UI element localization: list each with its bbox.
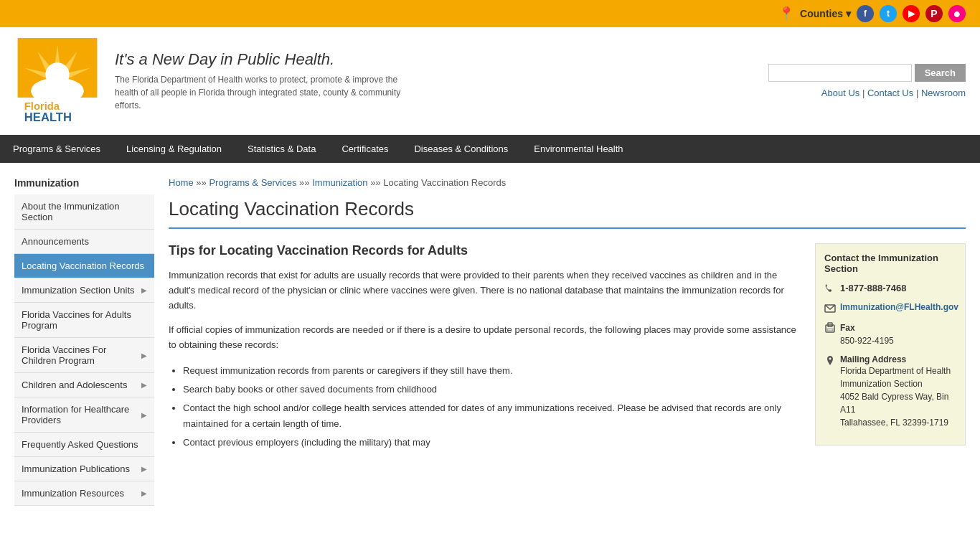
contact-phone: 1-877-888-7468	[840, 283, 907, 293]
contact-address-row: Mailing Address Florida Department of He…	[824, 354, 956, 429]
contact-box: Contact the Immunization Section 1-877-8…	[815, 243, 966, 446]
sidebar-item-faq[interactable]: Frequently Asked Questions	[14, 433, 154, 457]
top-bar: 📍 Counties ▾ f t ▶ P ●	[0, 0, 980, 27]
email-icon	[824, 303, 836, 314]
chevron-right-icon: ▶	[141, 465, 147, 473]
sidebar-item-resources[interactable]: Immunization Resources ▶	[14, 481, 154, 506]
sidebar-item-about[interactable]: About the Immunization Section	[14, 194, 154, 230]
nav-statistics-data[interactable]: Statistics & Data	[235, 135, 329, 163]
breadcrumb-current: Locating Vaccination Records	[383, 177, 506, 188]
phone-number: 1-877-888-7468	[840, 283, 907, 293]
contact-email: Immunization@FLHealth.gov	[840, 302, 958, 312]
nav-certificates[interactable]: Certificates	[329, 135, 401, 163]
breadcrumb-programs[interactable]: Programs & Services	[209, 177, 296, 188]
sidebar-item-healthcare[interactable]: Information for Healthcare Providers ▶	[14, 397, 154, 433]
main-content: Home »» Programs & Services »» Immunizat…	[169, 177, 966, 506]
sidebar-item-children-adolescents[interactable]: Children and Adolescents ▶	[14, 373, 154, 397]
sidebar-item-locating[interactable]: Locating Vaccination Records	[14, 254, 154, 278]
breadcrumb-immunization[interactable]: Immunization	[312, 177, 367, 188]
svg-text:HEALTH: HEALTH	[24, 110, 72, 124]
header: Florida HEALTH It's a New Day in Public …	[0, 27, 980, 135]
contact-address: Mailing Address Florida Department of He…	[840, 354, 956, 429]
breadcrumb: Home »» Programs & Services »» Immunizat…	[169, 177, 966, 188]
facebook-icon[interactable]: f	[857, 5, 874, 22]
youtube-icon[interactable]: ▶	[903, 5, 920, 22]
email-link[interactable]: Immunization@FLHealth.gov	[840, 302, 958, 312]
page-title: Locating Vaccination Records	[169, 198, 966, 229]
fax-icon	[824, 322, 836, 334]
sidebar-item-label: Information for Healthcare Providers	[22, 404, 141, 425]
chevron-right-icon: ▶	[141, 381, 147, 389]
svg-point-9	[45, 62, 69, 86]
nav-diseases-conditions[interactable]: Diseases & Conditions	[401, 135, 521, 163]
tagline-heading: It's a New Day in Public Health.	[115, 50, 402, 69]
sidebar-item-label: Florida Vaccines for Adults Program	[22, 309, 147, 331]
content-area: Immunization About the Immunization Sect…	[0, 163, 980, 520]
list-item: Contact previous employers (including th…	[183, 435, 801, 451]
breadcrumb-home[interactable]: Home	[169, 177, 194, 188]
phone-icon	[824, 283, 836, 295]
header-right: Search About Us | Contact Us | Newsroom	[768, 64, 966, 98]
location-icon	[824, 355, 836, 367]
header-links: About Us | Contact Us | Newsroom	[821, 88, 966, 98]
top-bar-links: 📍 Counties ▾ f t ▶ P ●	[778, 5, 966, 22]
nav-programs-services[interactable]: Programs & Services	[0, 135, 113, 163]
sidebar-item-label: About the Immunization Section	[22, 201, 147, 222]
content-text: Tips for Locating Vaccination Records fo…	[169, 243, 801, 453]
sidebar-item-children-program[interactable]: Florida Vaccines For Children Program ▶	[14, 338, 154, 373]
nav-licensing-regulation[interactable]: Licensing & Regulation	[113, 135, 235, 163]
chevron-right-icon: ▶	[141, 286, 147, 294]
paragraph-2: If official copies of immunization recor…	[169, 323, 801, 353]
logo[interactable]: Florida HEALTH	[14, 38, 100, 124]
sidebar-item-label: Children and Adolescents	[22, 380, 127, 390]
header-left: Florida HEALTH It's a New Day in Public …	[14, 38, 402, 124]
bullet-list: Request immunization records from parent…	[183, 363, 801, 451]
nav-environmental-health[interactable]: Environmental Health	[521, 135, 636, 163]
svg-text:Florida: Florida	[24, 100, 60, 112]
svg-rect-16	[827, 329, 833, 331]
about-us-link[interactable]: About Us	[821, 88, 859, 98]
sidebar-item-label: Florida Vaccines For Children Program	[22, 344, 141, 366]
list-item: Request immunization records from parent…	[183, 363, 801, 379]
chevron-down-icon: ▾	[846, 8, 851, 19]
list-item: Contact the high school and/or college h…	[183, 400, 801, 432]
sidebar-item-publications[interactable]: Immunization Publications ▶	[14, 457, 154, 481]
contact-fax-row: Fax 850-922-4195	[824, 321, 956, 347]
chevron-right-icon: ▶	[141, 352, 147, 359]
contact-phone-row: 1-877-888-7468	[824, 283, 956, 295]
address-label: Mailing Address	[840, 354, 906, 364]
section-heading: Tips for Locating Vaccination Records fo…	[169, 243, 801, 258]
chevron-right-icon: ▶	[141, 411, 147, 419]
search-input[interactable]	[768, 64, 912, 82]
search-bar: Search	[768, 64, 966, 82]
sidebar-item-units[interactable]: Immunization Section Units ▶	[14, 278, 154, 303]
header-tagline: It's a New Day in Public Health. The Flo…	[115, 50, 402, 112]
sidebar-item-label: Immunization Resources	[22, 488, 124, 499]
counties-label: Counties	[800, 8, 843, 19]
sidebar-item-label: Frequently Asked Questions	[22, 439, 138, 450]
flickr-icon[interactable]: ●	[948, 5, 966, 22]
list-item: Search baby books or other saved documen…	[183, 382, 801, 397]
contact-box-title: Contact the Immunization Section	[824, 253, 956, 274]
twitter-icon[interactable]: t	[880, 5, 897, 22]
sidebar: Immunization About the Immunization Sect…	[14, 177, 154, 506]
tagline-description: The Florida Department of Health works t…	[115, 73, 402, 112]
newsroom-link[interactable]: Newsroom	[921, 88, 966, 98]
address-text: Florida Department of Health Immunizatio…	[840, 364, 956, 429]
contact-us-link[interactable]: Contact Us	[867, 88, 913, 98]
sidebar-item-label: Locating Vaccination Records	[22, 260, 144, 271]
sidebar-item-adults-program[interactable]: Florida Vaccines for Adults Program	[14, 303, 154, 338]
contact-email-row: Immunization@FLHealth.gov	[824, 302, 956, 314]
search-button[interactable]: Search	[915, 64, 966, 82]
pinterest-icon[interactable]: P	[925, 5, 943, 22]
sidebar-item-label: Immunization Section Units	[22, 285, 135, 296]
sidebar-item-announcements[interactable]: Announcements	[14, 230, 154, 254]
sidebar-item-label: Immunization Publications	[22, 463, 130, 474]
paragraph-1: Immunization records that exist for adul…	[169, 268, 801, 313]
main-nav: Programs & Services Licensing & Regulati…	[0, 135, 980, 163]
chevron-right-icon: ▶	[141, 489, 147, 497]
sidebar-item-label: Announcements	[22, 236, 89, 247]
counties-button[interactable]: Counties ▾	[800, 8, 851, 19]
content-columns: Tips for Locating Vaccination Records fo…	[169, 243, 966, 453]
contact-fax: Fax 850-922-4195	[840, 321, 894, 347]
